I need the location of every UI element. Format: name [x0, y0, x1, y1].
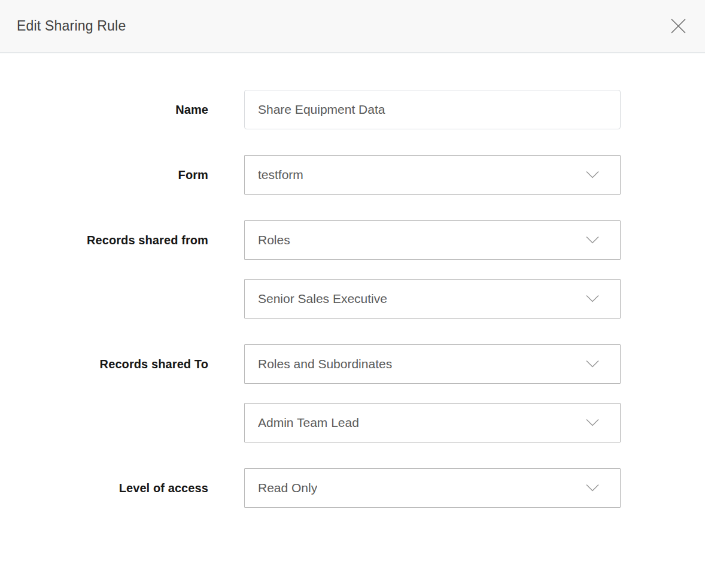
form-row-records-shared-to-detail: Admin Team Lead [0, 403, 705, 442]
chevron-down-icon [585, 360, 600, 368]
records-shared-to-select[interactable]: Roles and Subordinates [244, 344, 621, 384]
level-of-access-label: Level of access [0, 481, 208, 495]
name-label: Name [0, 103, 208, 117]
records-shared-to-field-wrap: Roles and Subordinates [244, 344, 621, 384]
records-shared-from-role-value: Senior Sales Executive [258, 292, 387, 306]
chevron-down-icon [585, 171, 600, 179]
records-shared-from-field-wrap: Roles [244, 220, 621, 260]
form-row-form: Form testform [0, 155, 705, 195]
records-shared-from-value: Roles [258, 233, 290, 247]
chevron-down-icon [585, 419, 600, 427]
level-of-access-field-wrap: Read Only [244, 468, 621, 508]
form-row-records-shared-from: Records shared from Roles [0, 220, 705, 260]
form-row-records-shared-from-detail: Senior Sales Executive [0, 279, 705, 319]
records-shared-to-value: Roles and Subordinates [258, 357, 392, 371]
records-shared-from-label: Records shared from [0, 234, 208, 247]
close-icon [670, 17, 687, 35]
form-label: Form [0, 168, 208, 182]
form-field-wrap: testform [244, 155, 621, 195]
records-shared-from-role-select[interactable]: Senior Sales Executive [244, 279, 621, 319]
level-of-access-value: Read Only [258, 481, 317, 495]
dialog-body: Name Form testform Records shared from [0, 53, 705, 508]
records-shared-to-role-value: Admin Team Lead [258, 416, 359, 430]
records-shared-to-role-select[interactable]: Admin Team Lead [244, 403, 621, 442]
dialog-header: Edit Sharing Rule [0, 0, 705, 53]
edit-sharing-rule-dialog: Edit Sharing Rule Name Form testform [0, 0, 705, 588]
records-shared-to-label: Records shared To [0, 357, 208, 371]
records-shared-to-detail-field-wrap: Admin Team Lead [244, 403, 621, 442]
chevron-down-icon [585, 236, 600, 244]
chevron-down-icon [585, 484, 600, 492]
records-shared-from-detail-field-wrap: Senior Sales Executive [244, 279, 621, 319]
form-select-value: testform [258, 168, 303, 182]
form-row-level-of-access: Level of access Read Only [0, 468, 705, 508]
dialog-title: Edit Sharing Rule [17, 18, 126, 34]
form-row-records-shared-to: Records shared To Roles and Subordinates [0, 344, 705, 384]
form-row-name: Name [0, 90, 705, 129]
records-shared-from-select[interactable]: Roles [244, 220, 621, 260]
close-button[interactable] [668, 16, 688, 37]
chevron-down-icon [585, 295, 600, 303]
level-of-access-select[interactable]: Read Only [244, 468, 621, 508]
name-field-wrap [244, 90, 621, 129]
form-select[interactable]: testform [244, 155, 621, 195]
name-input[interactable] [244, 90, 621, 129]
